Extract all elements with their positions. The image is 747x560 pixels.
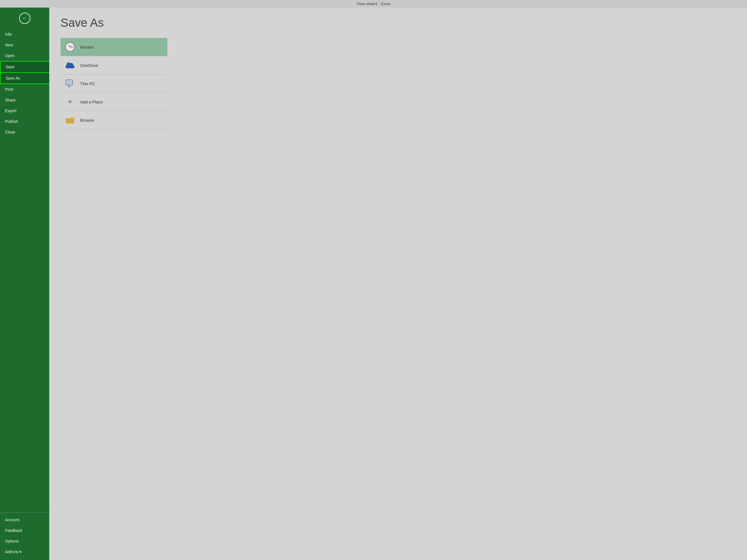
folder-icon — [65, 115, 75, 125]
back-arrow-icon: ← — [19, 12, 30, 24]
sidebar-item-new[interactable]: New — [0, 39, 49, 50]
sidebar-item-account[interactable]: Account — [0, 514, 49, 525]
back-button[interactable]: ← — [0, 7, 49, 29]
sidebar-bottom: Account Feedback Options Add-ins ▾ — [0, 511, 49, 560]
sidebar-item-save[interactable]: Save — [0, 61, 49, 73]
location-item-onedrive[interactable]: OneDrive — [60, 56, 168, 75]
location-label-recent: Recent — [80, 45, 94, 50]
location-item-this-pc[interactable]: This PC — [60, 75, 168, 93]
plus-icon: + — [65, 97, 75, 107]
sidebar-item-info[interactable]: Info — [0, 29, 49, 39]
location-item-browse[interactable]: Browse — [60, 111, 168, 129]
sidebar-item-open[interactable]: Open — [0, 50, 49, 61]
sidebar-item-print[interactable]: Print — [0, 84, 49, 95]
main-content: Save As Recent OneDriv — [49, 7, 747, 560]
sidebar: ← Info New Open Save Save As Print Share… — [0, 7, 49, 560]
location-item-add-place[interactable]: + Add a Place — [60, 93, 168, 111]
sidebar-nav: Info New Open Save Save As Print Share E… — [0, 29, 49, 511]
sidebar-item-save-as[interactable]: Save As — [0, 73, 49, 84]
sidebar-item-feedback[interactable]: Feedback — [0, 525, 49, 536]
sidebar-item-options[interactable]: Options — [0, 536, 49, 546]
window-title: Time sheet1 - Excel — [357, 2, 390, 6]
title-bar: Time sheet1 - Excel — [0, 0, 747, 7]
location-label-add-place: Add a Place — [80, 100, 103, 104]
location-list: Recent OneDrive — [60, 38, 168, 129]
sidebar-item-share[interactable]: Share — [0, 95, 49, 105]
sidebar-item-export[interactable]: Export — [0, 105, 49, 116]
sidebar-item-add-ins[interactable]: Add-ins ▾ — [0, 546, 49, 557]
cloud-icon — [65, 60, 75, 70]
clock-icon — [65, 42, 75, 52]
app-container: ← Info New Open Save Save As Print Share… — [0, 7, 747, 560]
svg-rect-3 — [67, 81, 72, 84]
location-label-browse: Browse — [80, 118, 94, 123]
location-item-recent[interactable]: Recent — [60, 38, 168, 56]
location-label-onedrive: OneDrive — [80, 63, 98, 68]
page-title: Save As — [60, 16, 736, 29]
location-label-this-pc: This PC — [80, 81, 95, 86]
sidebar-item-publish[interactable]: Publish — [0, 116, 49, 127]
sidebar-item-close[interactable]: Close — [0, 127, 49, 137]
sidebar-divider — [0, 512, 49, 513]
pc-icon — [65, 78, 75, 88]
